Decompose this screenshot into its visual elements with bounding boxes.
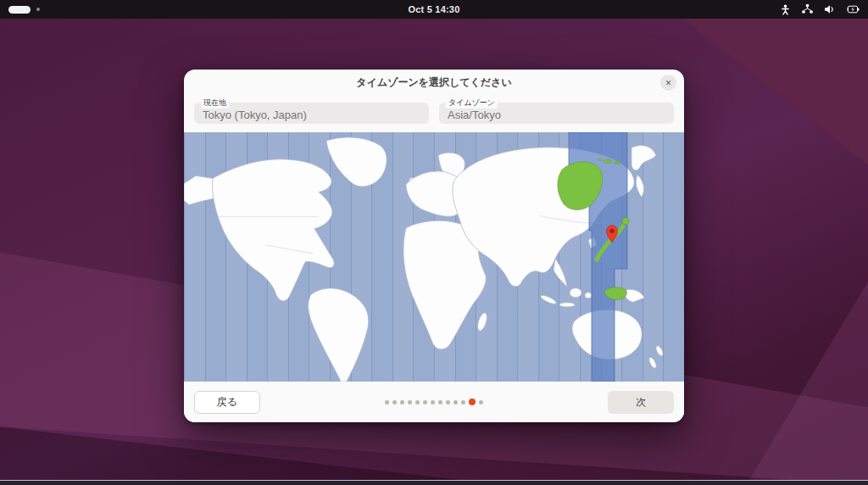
fields-row: 現在地 Tokyo (Tokyo, Japan) タイムゾーン Asia/Tok… (184, 95, 684, 132)
pagination-dot[interactable] (415, 400, 420, 404)
dialog-footer: 戻る 次 (184, 382, 684, 422)
close-button[interactable]: × (660, 75, 676, 91)
timezone-dialog: タイムゾーンを選択してください × 現在地 Tokyo (Tokyo, Japa… (184, 70, 684, 422)
island-new-zealand-south (648, 356, 658, 369)
timezone-field-label: タイムゾーン (446, 98, 498, 109)
region-arctic-islands (598, 159, 601, 161)
region-arctic-islands (604, 159, 612, 163)
pagination-dot[interactable] (438, 400, 442, 404)
network-icon[interactable] (802, 4, 813, 14)
region-japan-hokkaido (622, 218, 629, 225)
peninsula-kamchatka (636, 175, 643, 197)
island-madagascar (476, 312, 488, 332)
location-field[interactable]: 現在地 Tokyo (Tokyo, Japan) (194, 103, 429, 124)
volume-icon[interactable] (824, 4, 835, 14)
workspace-indicator[interactable] (8, 6, 40, 14)
back-button[interactable]: 戻る (194, 391, 260, 414)
continent-greenland (326, 137, 387, 187)
dialog-title: タイムゾーンを選択してください (356, 75, 511, 90)
clock[interactable]: Oct 5 14:30 (409, 4, 460, 14)
system-status-area[interactable] (780, 4, 860, 15)
pagination-dot[interactable] (423, 400, 427, 404)
dialog-header: タイムゾーンを選択してください × (184, 70, 684, 95)
pagination-dot[interactable] (479, 400, 483, 404)
pagination-dot[interactable] (400, 400, 404, 404)
region-chukotka (632, 146, 656, 170)
timezone-map[interactable] (184, 132, 684, 382)
island-sumatra (540, 293, 558, 305)
battery-charging-icon[interactable] (846, 4, 860, 14)
timezone-field[interactable]: タイムゾーン Asia/Tokyo (439, 103, 674, 124)
peninsula-se-asia (554, 259, 567, 287)
timezone-field-value: Asia/Tokyo (448, 109, 501, 121)
accessibility-icon[interactable] (780, 4, 791, 15)
pagination-dot[interactable] (431, 400, 435, 404)
location-field-label: 現在地 (201, 98, 229, 109)
active-workspace-pill[interactable] (8, 6, 31, 14)
pagination-dot-active[interactable] (469, 399, 476, 405)
location-field-value: Tokyo (Tokyo, Japan) (203, 109, 307, 121)
pagination-dot[interactable] (461, 400, 465, 404)
pagination-dots (385, 399, 483, 405)
island-new-guinea-east (625, 289, 644, 302)
island-sulawesi (585, 293, 592, 298)
island-new-zealand-north (654, 345, 664, 357)
island-borneo (570, 288, 581, 298)
screen-bottom-edge (0, 480, 868, 485)
pagination-dot[interactable] (408, 400, 412, 404)
pagination-dot[interactable] (392, 400, 397, 404)
continent-north-america (213, 159, 335, 301)
pagination-dot[interactable] (453, 400, 458, 404)
island-java (559, 303, 575, 307)
gnome-top-bar: Oct 5 14:30 (0, 0, 868, 19)
next-button[interactable]: 次 (608, 391, 674, 414)
region-arctic-islands (615, 162, 620, 164)
pagination-dot[interactable] (385, 400, 389, 404)
pagination-dot[interactable] (446, 400, 450, 404)
continent-south-america (309, 288, 369, 382)
workspace-dot[interactable] (36, 8, 40, 11)
